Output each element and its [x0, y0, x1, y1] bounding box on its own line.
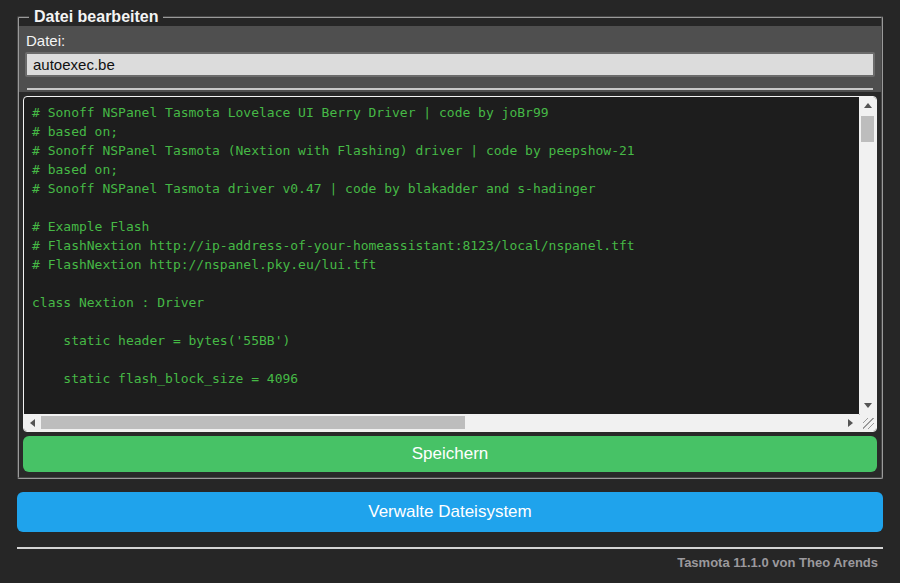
- scroll-down-button[interactable]: [859, 397, 876, 414]
- save-button[interactable]: Speichern: [23, 436, 877, 472]
- scroll-up-button[interactable]: [859, 97, 876, 114]
- scroll-left-arrow-icon: [30, 419, 35, 427]
- form-divider: [27, 88, 873, 90]
- manage-filesystem-button[interactable]: Verwalte Dateisystem: [17, 492, 883, 532]
- file-label: Datei:: [25, 31, 875, 52]
- file-edit-fieldset: Datei bearbeiten Datei: # Sonoff NSPanel…: [17, 8, 883, 479]
- scroll-down-arrow-icon: [864, 403, 872, 408]
- horizontal-scrollbar-thumb[interactable]: [41, 416, 465, 429]
- code-content: # Sonoff NSPanel Tasmota Lovelace UI Ber…: [24, 97, 859, 414]
- scroll-up-arrow-icon: [864, 103, 872, 108]
- resize-grip-icon[interactable]: [863, 418, 874, 429]
- filename-input[interactable]: [25, 52, 875, 77]
- horizontal-scrollbar[interactable]: [24, 414, 859, 431]
- footer: Tasmota 11.1.0 von Theo Arends: [17, 547, 883, 570]
- scrollbar-corner: [859, 414, 876, 431]
- vertical-scrollbar-thumb[interactable]: [861, 116, 874, 142]
- file-form-section: Datei:: [19, 26, 881, 92]
- editor-section: # Sonoff NSPanel Tasmota Lovelace UI Ber…: [19, 92, 881, 477]
- fieldset-legend: Datei bearbeiten: [29, 8, 163, 26]
- scroll-right-arrow-icon: [848, 419, 853, 427]
- code-textarea[interactable]: # Sonoff NSPanel Tasmota Lovelace UI Ber…: [23, 96, 877, 432]
- version-text: Tasmota 11.1.0 von Theo Arends: [17, 549, 883, 570]
- scroll-left-button[interactable]: [24, 414, 41, 431]
- scroll-right-button[interactable]: [842, 414, 859, 431]
- page-container: Datei bearbeiten Datei: # Sonoff NSPanel…: [0, 0, 900, 570]
- vertical-scrollbar[interactable]: [859, 97, 876, 414]
